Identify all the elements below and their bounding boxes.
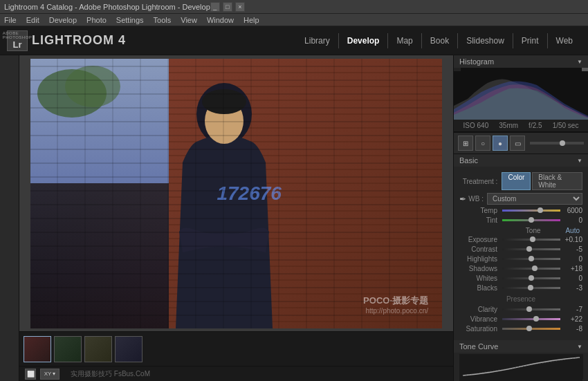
- close-button[interactable]: ×: [235, 2, 245, 12]
- tab-book[interactable]: Book: [421, 33, 457, 48]
- highlights-row: Highlights 0: [459, 255, 582, 263]
- histogram-label: Histogram: [459, 57, 494, 66]
- center-panel: 172676 POCO·摄影专题 http://photo.poco.cn/ ⬜…: [19, 55, 453, 381]
- tint-row: Tint 0: [459, 216, 582, 224]
- tab-map[interactable]: Map: [387, 33, 421, 48]
- menu-develop[interactable]: Develop: [49, 16, 77, 24]
- saturation-row: Saturation -8: [459, 325, 582, 333]
- shadows-slider[interactable]: [502, 268, 560, 270]
- tone-title: Tone: [501, 227, 565, 234]
- vibrance-slider[interactable]: [502, 318, 560, 320]
- bottom-icon-xy[interactable]: XY ▾: [40, 369, 59, 380]
- camera-iso: ISO 640: [463, 122, 489, 129]
- highlights-slider[interactable]: [502, 258, 560, 260]
- tab-print[interactable]: Print: [513, 33, 547, 48]
- tool-slider[interactable]: [530, 142, 584, 145]
- window-title: Lightroom 4 Catalog - Adobe Photoshop Li…: [4, 3, 210, 11]
- treatment-label: Treatment :: [459, 178, 502, 185]
- tab-develop[interactable]: Develop: [338, 33, 388, 48]
- tint-thumb[interactable]: [529, 217, 534, 223]
- photo-svg: [30, 59, 442, 328]
- menu-edit[interactable]: Edit: [26, 16, 39, 24]
- whites-value: 0: [562, 275, 582, 282]
- vibrance-thumb[interactable]: [533, 316, 539, 322]
- minimize-button[interactable]: _: [210, 2, 220, 12]
- presence-label: Presence: [459, 294, 582, 304]
- menu-help[interactable]: Help: [244, 16, 259, 24]
- svg-rect-24: [30, 183, 169, 328]
- menu-file[interactable]: File: [4, 16, 17, 24]
- temp-thumb[interactable]: [538, 207, 543, 213]
- tone-curve-label: Tone Curve: [459, 342, 498, 351]
- shadows-thumb[interactable]: [532, 266, 538, 271]
- color-button[interactable]: Color: [502, 172, 531, 190]
- contrast-thumb[interactable]: [526, 246, 532, 252]
- wb-label: WB :: [466, 195, 487, 203]
- menu-tools[interactable]: Tools: [154, 16, 172, 24]
- svg-point-23: [202, 89, 246, 114]
- tab-library[interactable]: Library: [296, 33, 338, 48]
- spot-heal-tool[interactable]: ○: [475, 136, 490, 151]
- grad-filter-tool[interactable]: ▭: [510, 136, 525, 151]
- tone-curve-preview: [459, 354, 582, 381]
- svg-point-22: [205, 98, 244, 144]
- highlights-thumb[interactable]: [529, 256, 534, 261]
- saturation-thumb[interactable]: [526, 326, 532, 331]
- svg-point-21: [196, 83, 252, 145]
- whites-slider[interactable]: [502, 277, 560, 279]
- right-panel: Histogram ▼: [453, 55, 588, 381]
- svg-rect-1: [169, 59, 442, 328]
- tool-strip: ⊞ ○ ● ▭: [454, 133, 588, 154]
- nav-tabs: Library Develop Map Book Slideshow Print…: [296, 33, 581, 48]
- filmstrip-thumb-1[interactable]: [24, 336, 51, 362]
- clarity-thumb[interactable]: [526, 306, 532, 312]
- tint-label: Tint: [459, 216, 501, 224]
- temp-slider[interactable]: [502, 210, 560, 212]
- tone-curve-header[interactable]: Tone Curve ▼: [454, 340, 588, 353]
- menu-settings[interactable]: Settings: [116, 16, 144, 24]
- exposure-slider[interactable]: [502, 239, 560, 241]
- filmstrip-thumb-3[interactable]: [84, 336, 112, 362]
- tab-web[interactable]: Web: [547, 33, 581, 48]
- contrast-label: Contrast: [459, 245, 501, 253]
- left-panel: [0, 55, 19, 381]
- tab-slideshow[interactable]: Slideshow: [457, 33, 513, 48]
- app-title: LIGHTROOM 4: [32, 33, 126, 48]
- filmstrip-thumb-2[interactable]: [54, 336, 82, 362]
- basic-section-header[interactable]: Basic ▼: [454, 154, 588, 167]
- contrast-slider[interactable]: [502, 248, 560, 250]
- clarity-value: -7: [562, 306, 582, 313]
- histogram-header[interactable]: Histogram ▼: [454, 55, 588, 68]
- vibrance-row: Vibrance +22: [459, 315, 582, 323]
- brand-watermark: POCO·摄影专题 http://photo.poco.cn/: [363, 295, 428, 315]
- window-controls[interactable]: _ □ ×: [210, 2, 245, 12]
- wb-dropper-icon[interactable]: ✒: [459, 194, 466, 204]
- maximize-button[interactable]: □: [223, 2, 232, 12]
- whites-row: Whites 0: [459, 275, 582, 282]
- exposure-value: +0.10: [562, 236, 582, 243]
- shadows-label: Shadows: [459, 265, 501, 272]
- svg-point-25: [37, 69, 107, 118]
- filmstrip-thumb-4[interactable]: [115, 336, 143, 362]
- saturation-value: -8: [562, 325, 582, 333]
- tone-auto[interactable]: Auto: [565, 227, 580, 234]
- exposure-thumb[interactable]: [530, 236, 535, 242]
- crop-tool[interactable]: ⊞: [458, 136, 473, 151]
- blacks-slider[interactable]: [502, 287, 560, 289]
- clarity-label: Clarity: [459, 306, 501, 313]
- wb-select[interactable]: Custom: [487, 193, 582, 205]
- clarity-slider[interactable]: [502, 308, 560, 310]
- menu-photo[interactable]: Photo: [86, 16, 107, 24]
- blacks-thumb[interactable]: [528, 285, 533, 290]
- redeye-tool[interactable]: ●: [493, 136, 508, 151]
- bottom-icon-frame[interactable]: ⬜: [25, 369, 36, 380]
- menu-view[interactable]: View: [181, 16, 197, 24]
- blacks-row: Blacks -3: [459, 284, 582, 292]
- tint-slider[interactable]: [502, 219, 560, 221]
- wb-row: ✒ WB : Custom: [459, 193, 582, 205]
- whites-thumb[interactable]: [529, 275, 534, 281]
- vibrance-value: +22: [562, 315, 582, 323]
- saturation-slider[interactable]: [502, 328, 560, 330]
- bw-button[interactable]: Black & White: [532, 172, 582, 190]
- menu-window[interactable]: Window: [207, 16, 234, 24]
